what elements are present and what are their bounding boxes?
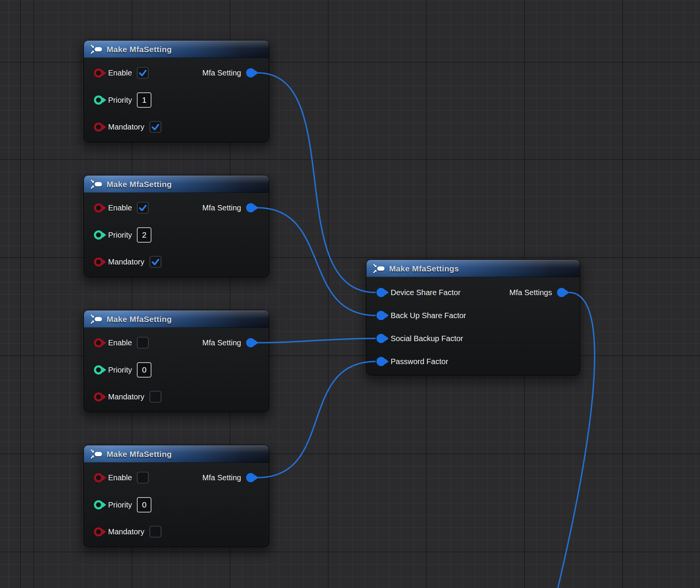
checkmark-icon <box>151 122 160 132</box>
mandatory-pin-label: Mandatory <box>108 393 145 401</box>
input-pin-row: Enable <box>94 337 149 349</box>
make-struct-icon <box>90 179 102 189</box>
priority-pin[interactable] <box>94 500 103 509</box>
node-make-mfasetting-3[interactable]: Make MfaSettingEnablePriority0MandatoryM… <box>84 310 269 412</box>
node-title: Make MfaSetting <box>107 315 172 324</box>
output-pin-row: Mfa Setting <box>202 203 255 212</box>
social-backup-factor-pin[interactable] <box>376 334 386 343</box>
input-pin-row: Mandatory <box>94 526 161 538</box>
social-backup-factor-pin-label: Social Backup Factor <box>391 334 463 343</box>
output-pin-row: Mfa Settings <box>509 288 566 297</box>
wire-mfasetting-2-to-back-up-share-factor[interactable] <box>258 208 376 315</box>
priority-value-input[interactable]: 0 <box>137 362 151 378</box>
mandatory-checkbox[interactable] <box>150 256 161 268</box>
input-pin-row: Enable <box>94 67 149 79</box>
priority-pin[interactable] <box>94 230 103 240</box>
input-pin-row: Enable <box>94 472 149 484</box>
node-title: Make MfaSetting <box>107 45 172 54</box>
node-make-mfasetting-4[interactable]: Make MfaSettingEnablePriority0MandatoryM… <box>84 445 269 547</box>
input-pin-row: Device Share Factor <box>376 288 460 297</box>
mfa-setting-pin[interactable] <box>246 68 255 77</box>
mfa-setting-pin[interactable] <box>246 338 255 347</box>
mandatory-pin[interactable] <box>94 392 103 401</box>
input-pin-row: Social Backup Factor <box>376 334 463 343</box>
enable-checkbox[interactable] <box>137 472 149 484</box>
node-header[interactable]: Make MfaSetting <box>84 41 269 58</box>
enable-pin-label: Enable <box>108 338 132 347</box>
wire-mfasetting-4-to-password-factor[interactable] <box>258 361 376 478</box>
node-make-mfasettings[interactable]: Make MfaSettingsDevice Share FactorBack … <box>366 260 580 375</box>
priority-pin-label: Priority <box>108 366 132 374</box>
priority-pin[interactable] <box>94 365 103 374</box>
mfa-setting-pin-label: Mfa Setting <box>202 69 241 77</box>
enable-pin[interactable] <box>94 68 103 77</box>
input-pin-row: Enable <box>94 202 149 214</box>
mfa-settings-pin[interactable] <box>557 288 566 297</box>
output-pin-row: Mfa Setting <box>202 473 255 482</box>
checkmark-icon <box>138 203 148 213</box>
input-pin-row: Priority1 <box>94 92 151 108</box>
input-pin-row: Priority0 <box>94 362 151 378</box>
make-struct-icon <box>90 44 102 54</box>
checkmark-icon <box>138 68 148 78</box>
priority-pin-label: Priority <box>108 96 132 105</box>
node-make-mfasetting-1[interactable]: Make MfaSettingEnablePriority1MandatoryM… <box>84 41 269 142</box>
checkmark-icon <box>151 257 160 267</box>
enable-pin-label: Enable <box>108 69 132 77</box>
password-factor-pin[interactable] <box>376 357 386 366</box>
input-pin-row: Back Up Share Factor <box>376 311 466 320</box>
mandatory-pin-label: Mandatory <box>108 258 145 266</box>
input-pin-row: Priority2 <box>94 227 151 243</box>
node-header[interactable]: Make MfaSetting <box>84 445 269 463</box>
priority-value-input[interactable]: 0 <box>137 497 151 512</box>
enable-checkbox[interactable] <box>137 202 149 214</box>
enable-checkbox[interactable] <box>137 337 149 349</box>
make-struct-icon <box>90 449 102 459</box>
wire-mfasetting-1-to-device-share-factor[interactable] <box>258 73 376 292</box>
enable-pin-label: Enable <box>108 473 132 482</box>
priority-pin-label: Priority <box>108 231 132 240</box>
node-make-mfasetting-2[interactable]: Make MfaSettingEnablePriority2MandatoryM… <box>84 176 269 277</box>
device-share-factor-pin[interactable] <box>376 288 386 297</box>
mfa-setting-pin-label: Mfa Setting <box>202 473 241 482</box>
mfa-setting-pin-label: Mfa Setting <box>202 338 241 347</box>
node-header[interactable]: Make MfaSettings <box>366 260 580 277</box>
mfa-settings-pin-label: Mfa Settings <box>509 288 552 297</box>
enable-pin[interactable] <box>94 203 103 212</box>
node-header[interactable]: Make MfaSetting <box>84 176 269 193</box>
make-struct-icon <box>90 314 102 324</box>
mandatory-pin[interactable] <box>94 527 103 536</box>
priority-value-input[interactable]: 1 <box>137 92 151 108</box>
mfa-setting-pin[interactable] <box>246 473 255 482</box>
node-title: Make MfaSetting <box>107 180 172 189</box>
mandatory-checkbox[interactable] <box>150 121 161 133</box>
enable-pin[interactable] <box>94 338 103 347</box>
mandatory-checkbox[interactable] <box>150 526 161 538</box>
input-pin-row: Priority0 <box>94 497 151 512</box>
enable-pin[interactable] <box>94 473 103 482</box>
node-title: Make MfaSettings <box>389 264 459 273</box>
mandatory-pin[interactable] <box>94 257 103 266</box>
priority-pin[interactable] <box>94 95 103 105</box>
mfa-setting-pin-label: Mfa Setting <box>202 204 241 212</box>
make-struct-icon <box>373 263 385 274</box>
priority-value-input[interactable]: 2 <box>137 227 151 243</box>
mandatory-pin[interactable] <box>94 122 103 131</box>
input-pin-row: Password Factor <box>376 357 448 366</box>
mandatory-pin-label: Mandatory <box>108 527 145 536</box>
node-header[interactable]: Make MfaSetting <box>84 310 269 328</box>
output-pin-row: Mfa Setting <box>202 338 255 347</box>
mfa-setting-pin[interactable] <box>246 203 255 212</box>
node-title: Make MfaSetting <box>107 450 172 459</box>
input-pin-row: Mandatory <box>94 391 161 403</box>
mandatory-pin-label: Mandatory <box>108 123 145 131</box>
input-pin-row: Mandatory <box>94 121 161 133</box>
device-share-factor-pin-label: Device Share Factor <box>391 288 460 297</box>
blueprint-graph-canvas[interactable]: Make MfaSettingEnablePriority1MandatoryM… <box>0 0 700 588</box>
input-pin-row: Mandatory <box>94 256 161 268</box>
mandatory-checkbox[interactable] <box>150 391 161 403</box>
back-up-share-factor-pin[interactable] <box>376 311 386 320</box>
wire-mfasetting-3-to-social-backup-factor[interactable] <box>258 338 376 343</box>
enable-checkbox[interactable] <box>137 67 149 79</box>
enable-pin-label: Enable <box>108 204 132 212</box>
